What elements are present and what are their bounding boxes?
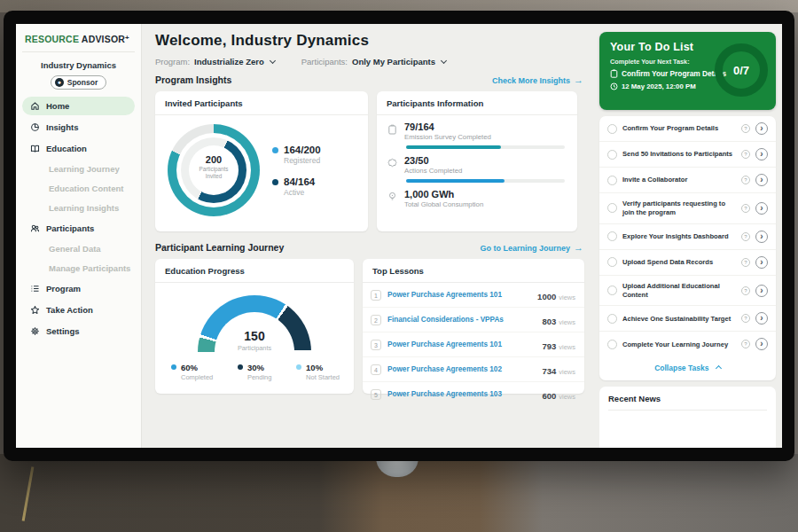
sidebar-item-education[interactable]: Education [22, 139, 135, 158]
task-checkbox[interactable] [607, 203, 617, 213]
chevron-up-icon [716, 365, 722, 372]
task-row[interactable]: Complete Your Learning Journey ? › [599, 332, 776, 356]
invited-participants-card-title: Invited Participants [155, 91, 368, 115]
task-chevron-right-button[interactable]: › [755, 122, 768, 135]
sidebar-item-manage-participants[interactable]: Manage Participants [22, 260, 135, 277]
task-chevron-right-button[interactable]: › [755, 202, 768, 215]
task-row[interactable]: Verify participants requesting to join t… [599, 193, 776, 224]
education-progress-card: Education Progress 150 Participants 60% … [155, 259, 354, 394]
task-row[interactable]: Upload Spend Data Records ? › [599, 250, 776, 276]
stat-global-consumption: 1,000 GWh Total Global Consumption [377, 183, 577, 208]
lesson-title-link[interactable]: Power Purchase Agreements 102 [387, 365, 536, 373]
help-icon[interactable]: ? [741, 150, 750, 159]
sidebar-item-label: Participants [46, 223, 94, 233]
lesson-rank: 2 [371, 315, 381, 325]
task-checkbox[interactable] [607, 340, 617, 349]
sidebar-item-home[interactable]: Home [22, 97, 135, 115]
lesson-title-link[interactable]: Financial Considerations - VPPAs [387, 316, 536, 324]
education-progress-card-title: Education Progress [155, 259, 354, 283]
task-row[interactable]: Upload Additional Educational Content ? … [599, 276, 776, 307]
lesson-rank: 1 [371, 290, 381, 301]
sidebar-item-education-content[interactable]: Education Content [22, 180, 135, 197]
participants-icon [30, 223, 40, 233]
collapse-tasks-link[interactable]: Collapse Tasks [599, 356, 776, 380]
main-content: Welcome, Industry Dynamics Program: Indu… [142, 24, 594, 448]
task-checkbox[interactable] [607, 314, 617, 324]
help-icon[interactable]: ? [741, 124, 750, 133]
task-chevron-right-button[interactable]: › [755, 285, 768, 297]
go-to-learning-journey-link[interactable]: Go to Learning Journey→ [480, 242, 583, 253]
help-icon[interactable]: ? [741, 232, 750, 241]
home-icon [30, 101, 40, 111]
participants-filter-dropdown[interactable]: Participants: Only My Participants [301, 57, 446, 66]
todo-next-task: Confirm Your Program Details [622, 69, 726, 78]
donut-center-value: 200 [189, 154, 239, 165]
task-chevron-right-button[interactable]: › [755, 338, 768, 350]
lesson-title-link[interactable]: Power Purchase Agreements 101 [387, 340, 536, 348]
sidebar-item-insights[interactable]: Insights [22, 118, 135, 137]
task-checkbox[interactable] [607, 231, 617, 241]
task-row[interactable]: Explore Your Insights Dashboard ? › [599, 224, 776, 250]
task-row[interactable]: Achieve One Sustainability Target ? › [599, 306, 776, 332]
sidebar-item-participants[interactable]: Participants [22, 219, 135, 238]
task-chevron-right-button[interactable]: › [755, 174, 768, 186]
invited-participants-donut-chart: 200 Participants Invited [168, 124, 260, 216]
check-more-insights-link[interactable]: Check More Insights→ [492, 74, 583, 85]
sidebar-item-general-data[interactable]: General Data [22, 240, 135, 257]
sidebar-menu: Home Insights Education Learning Journey… [22, 97, 135, 340]
task-chevron-right-button[interactable]: › [755, 148, 768, 160]
sidebar-item-take-action[interactable]: Take Action [22, 301, 135, 319]
sidebar-item-settings[interactable]: Settings [22, 322, 135, 340]
help-icon[interactable]: ? [741, 314, 750, 323]
task-row[interactable]: Confirm Your Program Details ? › [599, 116, 776, 142]
task-chevron-right-button[interactable]: › [755, 231, 768, 243]
sidebar: RESOURCE ADVISOR+ Industry Dynamics ● Sp… [16, 24, 142, 448]
legend-dot-icon [171, 364, 176, 370]
top-lessons-card-title: Top Lessons [363, 259, 584, 283]
app-logo[interactable]: RESOURCE ADVISOR+ [22, 31, 135, 52]
lesson-rank: 3 [371, 340, 381, 350]
sidebar-item-label: Education [46, 144, 87, 153]
logo-text-advisor: ADVISOR [82, 34, 125, 44]
task-checkbox[interactable] [607, 257, 617, 267]
task-row[interactable]: Invite a Collaborator ? › [599, 168, 776, 193]
task-chevron-right-button[interactable]: › [755, 312, 768, 325]
legend-dot-icon [238, 364, 243, 370]
help-icon[interactable]: ? [741, 204, 750, 213]
participants-filter-value: Only My Participants [352, 57, 435, 66]
help-icon[interactable]: ? [741, 258, 750, 267]
program-filter-dropdown[interactable]: Program: Industrialize Zero [155, 57, 275, 66]
recent-news-title: Recent News [608, 394, 767, 411]
help-icon[interactable]: ? [741, 176, 750, 184]
lesson-row: 1 Power Purchase Agreements 101 1000view… [363, 283, 584, 308]
dashboard-screen: RESOURCE ADVISOR+ Industry Dynamics ● Sp… [16, 24, 782, 448]
task-chevron-right-button[interactable]: › [755, 256, 768, 269]
program-insights-title: Program Insights [155, 74, 231, 85]
task-checkbox[interactable] [607, 150, 617, 160]
sidebar-item-label: Manage Participants [49, 263, 130, 273]
sidebar-item-learning-insights[interactable]: Learning Insights [22, 200, 135, 216]
help-icon[interactable]: ? [741, 286, 750, 295]
sidebar-item-label: General Data [49, 244, 101, 254]
task-checkbox[interactable] [607, 176, 617, 185]
filter-bar: Program: Industrialize Zero Participants… [155, 57, 585, 66]
sponsor-icon: ● [55, 78, 64, 87]
gauge-center-value: 150 [198, 329, 311, 343]
participants-information-card-title: Participants Information [377, 91, 577, 115]
clock-icon [610, 82, 618, 90]
lesson-row: 5 Power Purchase Agreements 103 600views [363, 382, 584, 406]
task-checkbox[interactable] [607, 286, 617, 295]
lesson-row: 4 Power Purchase Agreements 102 734views [363, 357, 584, 382]
clipboard-check-icon [610, 69, 618, 78]
sidebar-item-learning-journey[interactable]: Learning Journey [22, 160, 135, 177]
task-checkbox[interactable] [607, 124, 617, 134]
help-icon[interactable]: ? [741, 340, 750, 348]
sponsor-badge-label: Sponsor [67, 78, 98, 87]
donut-center-label: Invited [189, 173, 239, 179]
sidebar-item-program[interactable]: Program [22, 279, 135, 298]
lesson-rank: 4 [371, 364, 381, 375]
task-row[interactable]: Send 50 Invitations to Participants ? › [599, 142, 776, 168]
lesson-title-link[interactable]: Power Purchase Agreements 101 [387, 291, 531, 299]
legend-item-not-started: 10% Not Started [296, 363, 340, 381]
lesson-title-link[interactable]: Power Purchase Agreements 103 [387, 390, 536, 398]
